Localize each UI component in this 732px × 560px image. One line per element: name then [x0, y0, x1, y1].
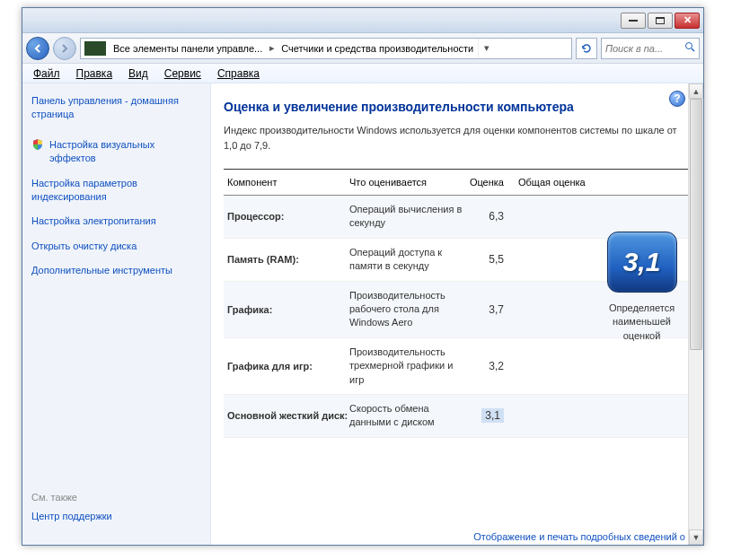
th-component: Компонент	[224, 177, 349, 188]
search-icon	[684, 41, 695, 55]
table-body: Процессор: Операций вычисления в секунду…	[224, 196, 691, 438]
table-header: Компонент Что оценивается Оценка Общая о…	[224, 169, 691, 196]
overall-score: 3,1 Определяется наименьшей оценкой	[595, 232, 689, 343]
th-what: Что оценивается	[349, 177, 466, 188]
sidebar-link-power[interactable]: Настройка электропитания	[31, 214, 201, 228]
th-overall: Общая оценка	[511, 177, 691, 188]
search-box[interactable]	[601, 38, 700, 59]
score-table: Компонент Что оценивается Оценка Общая о…	[224, 169, 691, 438]
sidebar-link-tools[interactable]: Дополнительные инструменты	[31, 264, 201, 277]
content: ? Оценка и увеличение производительности…	[211, 83, 703, 545]
sidebar: Панель управления - домашняя страница На…	[22, 83, 211, 545]
menu-help[interactable]: Справка	[210, 66, 267, 82]
menu-edit[interactable]: Правка	[69, 66, 120, 82]
back-button[interactable]	[26, 37, 49, 60]
sidebar-link-indexing[interactable]: Настройка параметров индексирования	[31, 177, 201, 205]
forward-button[interactable]	[53, 37, 76, 60]
scrollbar[interactable]: ▲ ▼	[688, 83, 703, 545]
maximize-button[interactable]	[648, 13, 673, 29]
back-arrow-icon	[32, 43, 43, 54]
sidebar-see-also-label: См. также	[31, 492, 201, 503]
sidebar-link-support[interactable]: Центр поддержки	[31, 510, 201, 523]
menu-service[interactable]: Сервис	[157, 66, 208, 82]
menubar: Файл Правка Вид Сервис Справка	[22, 64, 703, 83]
sidebar-home-link[interactable]: Панель управления - домашняя страница	[31, 94, 201, 122]
page-title: Оценка и увеличение производительности к…	[224, 100, 691, 114]
address-dropdown[interactable]: ▾	[478, 39, 494, 58]
close-icon: ✕	[683, 14, 692, 26]
minimize-button[interactable]	[621, 13, 646, 29]
titlebar: ✕	[22, 8, 703, 33]
body: Панель управления - домашняя страница На…	[22, 83, 703, 545]
table-row: Основной жесткий диск: Скорость обмена д…	[224, 395, 691, 438]
help-button[interactable]: ?	[669, 91, 685, 107]
table-row: Графика для игр: Производительность трех…	[224, 338, 691, 395]
control-panel-icon	[84, 41, 106, 56]
svg-line-1	[692, 48, 694, 51]
scroll-down-button[interactable]: ▼	[689, 529, 703, 545]
menu-view[interactable]: Вид	[121, 66, 155, 82]
address-bar[interactable]: Все элементы панели управле... ▸ Счетчик…	[80, 38, 572, 59]
forward-arrow-icon	[59, 43, 70, 54]
shield-icon	[31, 138, 44, 151]
window: ✕ Все элементы панели управле... ▸ Счетч…	[22, 7, 704, 546]
breadcrumb-seg-1[interactable]: Все элементы панели управле...	[110, 43, 267, 54]
close-button[interactable]: ✕	[675, 13, 700, 29]
overall-score-label: Определяется наименьшей оценкой	[595, 302, 689, 343]
scroll-up-button[interactable]: ▲	[689, 83, 703, 99]
maximize-icon	[656, 17, 665, 24]
help-icon: ?	[674, 92, 680, 105]
th-score: Оценка	[466, 177, 511, 188]
refresh-button[interactable]	[576, 38, 597, 59]
lowest-score-badge: 3,1	[481, 408, 504, 423]
breadcrumb-arrow-icon: ▸	[267, 42, 278, 54]
menu-file[interactable]: Файл	[26, 66, 67, 82]
footer-link-print-details[interactable]: Отображение и печать подробных сведений …	[473, 530, 685, 543]
refresh-icon	[580, 42, 593, 55]
navbar: Все элементы панели управле... ▸ Счетчик…	[22, 33, 703, 64]
sidebar-link-visual-effects[interactable]: Настройка визуальных эффектов	[31, 138, 201, 166]
overall-score-badge: 3,1	[607, 232, 677, 293]
breadcrumb-seg-2[interactable]: Счетчики и средства производительности	[278, 43, 478, 54]
page-description: Индекс производительности Windows исполь…	[224, 123, 691, 153]
minimize-icon	[629, 20, 638, 22]
scroll-thumb[interactable]	[690, 99, 702, 350]
svg-point-0	[686, 43, 692, 49]
sidebar-link-disk-cleanup[interactable]: Открыть очистку диска	[31, 240, 201, 253]
search-input[interactable]	[605, 43, 677, 54]
